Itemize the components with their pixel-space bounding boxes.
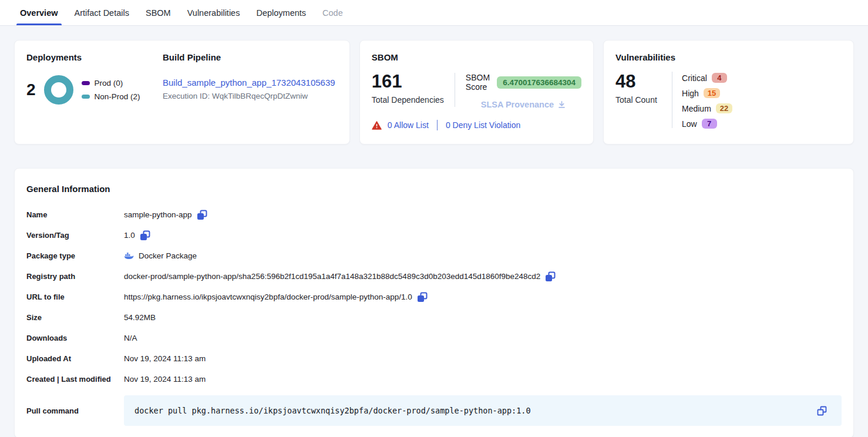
allow-deny-divider [437, 120, 438, 130]
general-information-card: General Information Name sample-python-a… [14, 168, 854, 437]
url-to-file-label: URL to file [26, 293, 124, 301]
row-version-tag: Version/Tag 1.0 [26, 225, 842, 246]
page-content: Deployments 2 Prod (0) Non-Prod (2) [0, 26, 868, 437]
row-registry-path: Registry path docker-prod/sample-python-… [26, 266, 842, 287]
sbom-footer: 0 Allow List 0 Deny List Violation [372, 120, 581, 130]
deployments-section: Deployments 2 Prod (0) Non-Prod (2) [26, 52, 163, 132]
nonprod-legend-swatch [82, 95, 90, 99]
vulnerabilities-card: Vulnerabilities 48 Total Count Critical … [603, 40, 854, 144]
severity-count-low: 7 [702, 119, 717, 129]
row-pull-command: Pull command docker pull pkg.harness.io/… [26, 395, 842, 426]
downloads-value: N/A [124, 334, 137, 342]
pull-command-label: Pull command [26, 406, 124, 415]
vulnerabilities-total-count: 48 [615, 72, 672, 92]
sbom-divider [455, 73, 455, 107]
sbom-score-label: SBOM Score [466, 73, 491, 92]
slsa-provenance-link[interactable]: SLSA Provenance [466, 100, 581, 109]
vulnerabilities-title: Vulnerabilities [615, 52, 842, 62]
allow-list-link[interactable]: 0 Allow List [388, 120, 429, 130]
sbom-card: SBOM 161 Total Dependencies SBOM Score 6… [359, 40, 594, 144]
uploaded-at-label: Uploaded At [26, 354, 124, 363]
tab-vulnerabilities[interactable]: Vulnerabilities [186, 0, 241, 25]
nonprod-legend-label: Non-Prod (2) [95, 92, 140, 101]
name-label: Name [26, 210, 124, 219]
download-icon [557, 100, 566, 109]
execution-id: Execution ID: WqkTilbBRqecQrpDtZwniw [163, 92, 338, 100]
general-information-rows: Name sample-python-app Version/Tag 1.0 [26, 204, 842, 426]
tab-sbom[interactable]: SBOM [144, 0, 172, 25]
build-pipeline-title: Build Pipeline [163, 52, 338, 62]
package-type-value: Docker Package [139, 251, 197, 260]
severity-label-critical: Critical [682, 73, 707, 83]
legend-item-nonprod: Non-Prod (2) [82, 92, 140, 101]
severity-row-medium: Medium 22 [682, 102, 732, 115]
copy-version-button[interactable] [140, 230, 150, 241]
uploaded-at-value: Nov 19, 2024 11:13 am [124, 354, 206, 363]
row-uploaded-at: Uploaded At Nov 19, 2024 11:13 am [26, 348, 842, 369]
package-type-label: Package type [26, 251, 124, 260]
docker-icon [124, 252, 134, 260]
copy-pull-command-button[interactable] [816, 405, 827, 416]
row-url-to-file: URL to file https://pkg.harness.io/ikpsj… [26, 287, 842, 307]
legend-item-prod: Prod (0) [82, 79, 140, 88]
registry-path-value: docker-prod/sample-python-app/sha256:596… [124, 272, 540, 281]
sbom-score-section: SBOM Score 6.470017636684304 SLSA Proven… [466, 72, 581, 109]
prod-legend-label: Prod (0) [95, 79, 123, 88]
downloads-label: Downloads [26, 334, 124, 342]
build-pipeline-link[interactable]: Build_sample_python_app_1732043105639 [163, 78, 335, 88]
tab-overview[interactable]: Overview [19, 0, 59, 25]
severity-label-low: Low [682, 119, 697, 129]
execution-id-label: Execution ID: [163, 92, 210, 100]
row-size: Size 54.92MB [26, 307, 842, 328]
pull-command-block: docker pull pkg.harness.io/ikpsjoavtcwxn… [124, 395, 842, 426]
tab-deployments[interactable]: Deployments [255, 0, 307, 25]
warning-icon [372, 121, 382, 130]
severity-label-medium: Medium [682, 104, 711, 113]
vulnerabilities-divider [672, 72, 672, 128]
created-modified-label: Created | Last modified [26, 375, 124, 384]
copy-name-button[interactable] [197, 210, 207, 220]
deployments-title: Deployments [26, 52, 163, 62]
severity-row-high: High 15 [682, 87, 732, 99]
deny-list-link[interactable]: 0 Deny List Violation [446, 120, 520, 130]
tab-code[interactable]: Code [321, 0, 344, 25]
sbom-total-label: Total Dependencies [372, 95, 444, 105]
registry-path-label: Registry path [26, 272, 124, 281]
size-value: 54.92MB [124, 313, 156, 322]
copy-registry-path-button[interactable] [545, 271, 556, 282]
row-created-modified: Created | Last modified Nov 19, 2024 11:… [26, 369, 842, 389]
prod-legend-swatch [82, 81, 90, 85]
severity-count-medium: 22 [716, 103, 732, 113]
deployments-donut-chart [44, 75, 73, 105]
summary-cards-row: Deployments 2 Prod (0) Non-Prod (2) [14, 40, 854, 144]
tab-bar: Overview Artifact Details SBOM Vulnerabi… [0, 0, 868, 26]
severity-count-critical: 4 [712, 73, 727, 83]
version-tag-value: 1.0 [124, 231, 135, 240]
sbom-score-badge: 6.470017636684304 [497, 76, 581, 89]
tab-artifact-details[interactable]: Artifact Details [73, 0, 130, 25]
vulnerabilities-total-label: Total Count [615, 95, 672, 105]
general-information-title: General Information [26, 184, 842, 194]
severity-row-critical: Critical 4 [682, 72, 732, 84]
row-package-type: Package type Docker Package [26, 246, 842, 266]
version-tag-label: Version/Tag [26, 231, 124, 240]
vulnerabilities-total-section: 48 Total Count [615, 72, 672, 130]
severity-label-high: High [682, 89, 699, 98]
size-label: Size [26, 313, 124, 322]
url-to-file-value: https://pkg.harness.io/ikpsjoavtcwxnqisy… [124, 293, 412, 301]
build-pipeline-section: Build Pipeline Build_sample_python_app_1… [163, 52, 338, 132]
execution-id-value: WqkTilbBRqecQrpDtZwniw [212, 92, 308, 100]
deployments-legend: Prod (0) Non-Prod (2) [82, 79, 140, 101]
deployments-card: Deployments 2 Prod (0) Non-Prod (2) [14, 40, 350, 144]
deployments-total-count: 2 [26, 80, 36, 99]
sbom-total-count: 161 [372, 72, 444, 92]
row-downloads: Downloads N/A [26, 328, 842, 348]
copy-url-button[interactable] [417, 292, 428, 302]
name-value: sample-python-app [124, 210, 192, 219]
created-modified-value: Nov 19, 2024 11:13 am [124, 375, 206, 384]
slsa-provenance-label: SLSA Provenance [481, 100, 554, 109]
row-name: Name sample-python-app [26, 204, 842, 225]
severity-list: Critical 4 High 15 Medium 22 Low 7 [682, 72, 732, 130]
pull-command-value: docker pull pkg.harness.io/ikpsjoavtcwxn… [134, 406, 816, 415]
sbom-title: SBOM [372, 52, 581, 62]
